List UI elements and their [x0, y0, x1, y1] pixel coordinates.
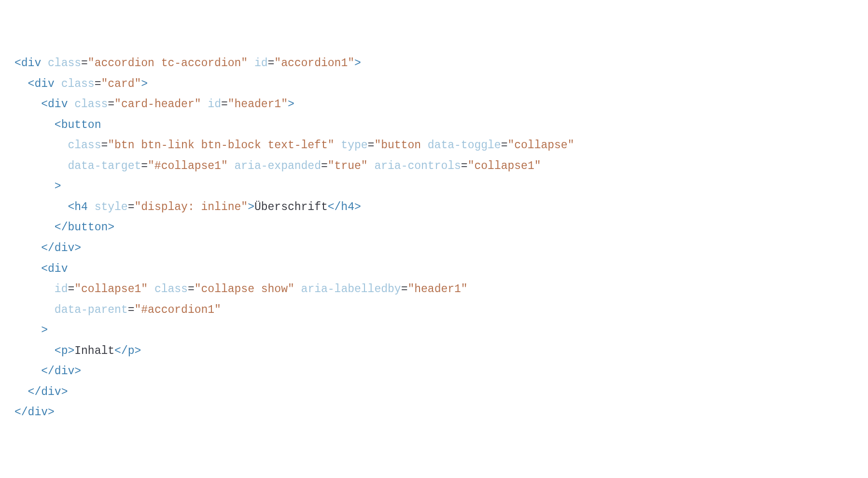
attr-name: aria-labelledby	[301, 283, 401, 295]
attr-name: type	[341, 139, 367, 152]
tag-open: <p	[55, 345, 68, 357]
tag-close: >	[288, 98, 294, 111]
attr-name: aria-controls	[374, 160, 461, 172]
tag-open: <div	[41, 98, 68, 111]
attr-value: "accordion1"	[274, 57, 354, 70]
attr-name: class	[154, 283, 188, 295]
attr-name: style	[95, 201, 128, 213]
code-block: <div class="accordion tc-accordion" id="…	[14, 53, 854, 423]
tag-close: >	[135, 345, 141, 357]
attr-value: "collapse1"	[468, 160, 541, 172]
tag-close: >	[74, 242, 81, 254]
attr-value: "card"	[101, 78, 141, 90]
tag-open: <button	[55, 119, 101, 131]
attr-name: class	[68, 139, 101, 152]
attr-name: data-toggle	[428, 139, 501, 152]
attr-value: "display: inline"	[134, 201, 248, 213]
tag-close: >	[141, 78, 148, 90]
attr-value: "btn btn-link btn-block text-left"	[108, 139, 334, 152]
attr-value: "#accordion1"	[134, 304, 221, 316]
tag-close: >	[61, 386, 68, 398]
attr-name: id	[55, 283, 68, 295]
attr-value: "#collapse1"	[148, 160, 228, 172]
tag-open: <div	[28, 78, 55, 90]
attr-value: "header1"	[407, 283, 467, 295]
tag-end: </div	[14, 406, 48, 419]
attr-value: "collapse show"	[195, 283, 294, 295]
attr-value: "header1"	[228, 98, 288, 111]
attr-quote: "	[328, 160, 335, 172]
attr-name: id	[208, 98, 221, 111]
attr-name: aria-expanded	[235, 160, 321, 172]
attr-name: data-target	[68, 160, 141, 172]
tag-close: >	[354, 57, 361, 70]
attr-name: class	[61, 78, 95, 90]
tag-end: </div	[28, 386, 61, 398]
tag-open: <h4	[68, 201, 87, 213]
tag-end: </div	[41, 365, 74, 378]
attr-name: class	[74, 98, 108, 111]
attr-value: "accordion tc-accordion"	[88, 57, 248, 70]
tag-end: </button	[55, 221, 108, 234]
tag-end: </div	[41, 242, 74, 254]
text-content: Inhalt	[74, 345, 114, 357]
tag-close: >	[108, 221, 114, 234]
tag-close: >	[74, 365, 81, 378]
keyword-true: true	[335, 160, 361, 172]
tag-open: <div	[14, 57, 41, 70]
attr-name: class	[48, 57, 81, 70]
attr-value: "button	[374, 139, 421, 152]
tag-close: >	[41, 324, 48, 337]
tag-end: </h4	[328, 201, 354, 213]
tag-open: <div	[41, 263, 68, 275]
attr-name: data-parent	[55, 304, 128, 316]
tag-close: >	[55, 180, 61, 193]
tag-mid: >	[248, 201, 254, 213]
tag-mid: >	[68, 345, 74, 357]
text-content: Überschrift	[254, 201, 328, 213]
attr-value: "collapse"	[507, 139, 574, 152]
attr-quote: "	[361, 160, 368, 172]
attr-value: "card-header"	[114, 98, 201, 111]
attr-name: id	[254, 57, 268, 70]
tag-close: >	[48, 406, 55, 419]
tag-end: </p	[114, 345, 134, 357]
tag-close: >	[354, 201, 361, 213]
attr-value: "collapse1"	[74, 283, 148, 295]
